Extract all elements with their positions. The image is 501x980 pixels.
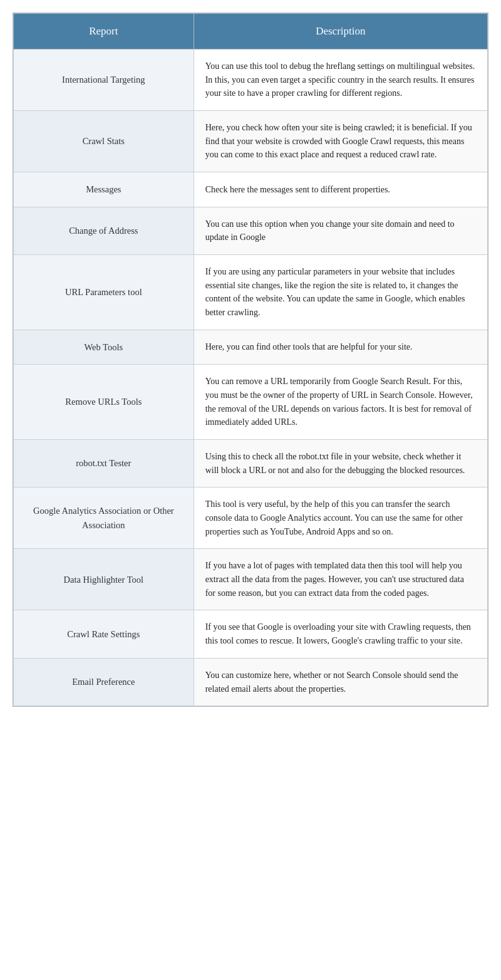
description-cell: If you are using any particular paramete… [194,254,487,330]
table-row: URL Parameters toolIf you are using any … [14,254,488,330]
header-report: Report [14,14,194,50]
description-cell: Here, you check how often your site is b… [194,111,487,172]
table-row: MessagesCheck here the messages sent to … [14,172,488,207]
report-cell: International Targeting [14,50,194,111]
report-cell: Email Preference [14,658,194,706]
report-cell: Web Tools [14,330,194,364]
report-table: Report Description International Targeti… [13,13,488,706]
description-cell: If you have a lot of pages with template… [194,549,487,610]
report-cell: Remove URLs Tools [14,365,194,440]
description-cell: You can use this option when you change … [194,207,487,254]
description-cell: You can remove a URL temporarily from Go… [194,365,487,440]
table-row: Crawl StatsHere, you check how often you… [14,111,488,172]
table-row: International TargetingYou can use this … [14,50,488,111]
table-row: Remove URLs ToolsYou can remove a URL te… [14,365,488,440]
report-cell: Crawl Stats [14,111,194,172]
description-cell: You can customize here, whether or not S… [194,658,487,706]
table-row: Data Highlighter ToolIf you have a lot o… [14,549,488,610]
report-cell: URL Parameters tool [14,254,194,330]
table-row: Change of AddressYou can use this option… [14,207,488,254]
table-body: International TargetingYou can use this … [14,50,488,706]
table-row: robot.txt TesterUsing this to check all … [14,439,488,487]
report-cell: robot.txt Tester [14,439,194,487]
description-cell: Check here the messages sent to differen… [194,172,487,207]
description-cell: You can use this tool to debug the hrefl… [194,50,487,111]
description-cell: Using this to check all the robot.txt fi… [194,439,487,487]
report-cell: Data Highlighter Tool [14,549,194,610]
report-cell: Google Analytics Association or Other As… [14,487,194,549]
header-description: Description [194,14,487,50]
report-cell: Change of Address [14,207,194,254]
report-cell: Crawl Rate Settings [14,610,194,658]
table-row: Crawl Rate SettingsIf you see that Googl… [14,610,488,658]
table-row: Email PreferenceYou can customize here, … [14,658,488,706]
table-row: Google Analytics Association or Other As… [14,487,488,549]
report-cell: Messages [14,172,194,207]
table-header-row: Report Description [14,14,488,50]
main-table-wrapper: Report Description International Targeti… [13,13,488,707]
table-row: Web ToolsHere, you can find other tools … [14,330,488,364]
description-cell: If you see that Google is overloading yo… [194,610,487,658]
description-cell: This tool is very useful, by the help of… [194,487,487,549]
description-cell: Here, you can find other tools that are … [194,330,487,364]
